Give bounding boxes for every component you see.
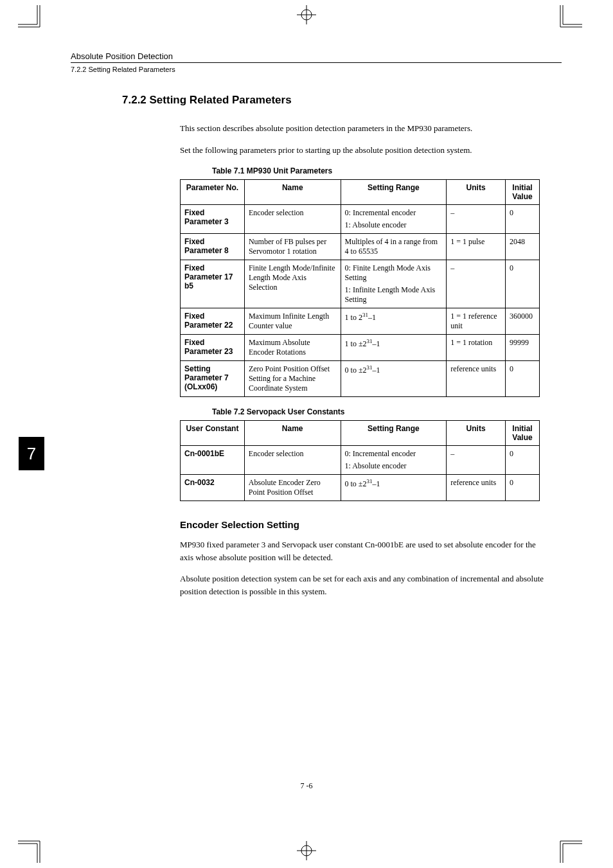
cell: 0	[505, 361, 539, 397]
cell: 0	[506, 475, 540, 501]
table-row: Fixed Parameter 23 Maximum Absolute Enco…	[181, 335, 540, 361]
cell: 99999	[505, 335, 539, 361]
col-header: Initial Value	[506, 421, 540, 446]
cell: Encoder selection	[244, 446, 341, 475]
range-text: 0: Incremental encoder	[345, 449, 443, 459]
col-header: User Constant	[181, 421, 245, 446]
cell: Fixed Parameter 8	[181, 234, 245, 260]
page: 7 Absolute Position Detection 7.2.2 Sett…	[0, 0, 613, 868]
text: –1	[372, 366, 380, 375]
col-header: Parameter No.	[181, 180, 245, 205]
side-tab: 7	[19, 437, 44, 470]
table-caption: Table 7.2 Servopack User Constants	[212, 407, 549, 416]
cell: Maximum Absolute Encoder Rotations	[244, 335, 341, 361]
crop-mark-icon	[18, 5, 46, 33]
subheading: Encoder Selection Setting	[180, 519, 549, 530]
cell: 0: Incremental encoder 1: Absolute encod…	[341, 446, 447, 475]
cell: Multiples of 4 in a range from 4 to 6553…	[341, 234, 447, 260]
content-area: This section describes absolute position…	[180, 122, 549, 598]
intro-text: Set the following parameters prior to st…	[180, 144, 549, 157]
superscript: 31	[362, 312, 368, 318]
table-header-row: Parameter No. Name Setting Range Units I…	[181, 180, 540, 205]
section-title: 7.2.2 Setting Related Parameters	[122, 94, 562, 107]
table-row: Fixed Parameter 17 b5 Finite Length Mode…	[181, 260, 540, 308]
text: 1 to ±2	[345, 339, 367, 348]
text: –1	[372, 479, 380, 488]
cell: Maximum Infinite Length Counter value	[244, 308, 341, 335]
text: 0 to ±2	[345, 366, 367, 375]
cell: 2048	[505, 234, 539, 260]
cell: Absolute Encoder Zero Point Position Off…	[244, 475, 341, 501]
range-text: 0: Incremental encoder	[345, 208, 443, 218]
col-header: Units	[447, 180, 506, 205]
cell: 0	[505, 205, 539, 234]
cell: 0: Incremental encoder 1: Absolute encod…	[341, 205, 447, 234]
cell: –	[447, 446, 506, 475]
cell: Zero Point Position Offset Setting for a…	[244, 361, 341, 397]
cell: Fixed Parameter 17 b5	[181, 260, 245, 308]
cell: 1 to 231–1	[341, 308, 447, 335]
table-row: Cn-0001bE Encoder selection 0: Increment…	[181, 446, 540, 475]
table-7-1: Parameter No. Name Setting Range Units I…	[180, 179, 540, 397]
text: 1: Infinite Length Mode Axis Setting	[345, 285, 436, 304]
table-row: Fixed Parameter 8 Number of FB pulses pe…	[181, 234, 540, 260]
cell: Setting Parameter 7 (OLxx06)	[181, 361, 245, 397]
col-header: Units	[447, 421, 506, 446]
cell: Number of FB pulses per Servomotor 1 rot…	[244, 234, 341, 260]
cell: Fixed Parameter 3	[181, 205, 245, 234]
sub-head: 7.2.2 Setting Related Parameters	[71, 66, 562, 73]
crop-mark-icon	[554, 835, 582, 863]
cell: 0	[506, 446, 540, 475]
cell: reference units	[447, 361, 506, 397]
range-text: 1: Absolute encoder	[345, 461, 443, 471]
cell: Cn-0001bE	[181, 446, 245, 475]
cell: 1 = 1 pulse	[447, 234, 506, 260]
text: 0: Finite Length Mode Axis Setting	[345, 263, 431, 282]
running-head: Absolute Position Detection	[71, 51, 562, 61]
text: –1	[372, 339, 380, 348]
crop-mark-icon	[554, 5, 582, 33]
range-text: 1: Infinite Length Mode Axis Setting	[345, 285, 443, 305]
cell: 0	[505, 260, 539, 308]
cell: Fixed Parameter 22	[181, 308, 245, 335]
crop-mark-icon	[18, 835, 46, 863]
text: –1	[368, 313, 376, 322]
col-header: Setting Range	[341, 180, 447, 205]
col-header: Initial Value	[505, 180, 539, 205]
intro-text: This section describes absolute position…	[180, 122, 549, 135]
col-header: Setting Range	[341, 421, 447, 446]
center-mark-icon	[297, 841, 316, 863]
range-text: 0: Finite Length Mode Axis Setting	[345, 263, 443, 283]
table-row: Setting Parameter 7 (OLxx06) Zero Point …	[181, 361, 540, 397]
paragraph: MP930 fixed parameter 3 and Servopack us…	[180, 538, 549, 563]
cell: Fixed Parameter 23	[181, 335, 245, 361]
cell: Finite Length Mode/Infinite Length Mode …	[244, 260, 341, 308]
col-header: Name	[244, 180, 341, 205]
cell: –	[447, 260, 506, 308]
range-text: 1: Absolute encoder	[345, 220, 443, 230]
cell: 1 = 1 rotation	[447, 335, 506, 361]
cell: Encoder selection	[244, 205, 341, 234]
table-row: Cn-0032 Absolute Encoder Zero Point Posi…	[181, 475, 540, 501]
table-row: Fixed Parameter 3 Encoder selection 0: I…	[181, 205, 540, 234]
table-caption: Table 7.1 MP930 Unit Parameters	[212, 166, 549, 175]
head-rule	[71, 62, 562, 63]
cell: Cn-0032	[181, 475, 245, 501]
table-row: Fixed Parameter 22 Maximum Infinite Leng…	[181, 308, 540, 335]
cell: 0 to ±231–1	[341, 475, 447, 501]
cell: 360000	[505, 308, 539, 335]
col-header: Name	[244, 421, 341, 446]
cell: 0 to ±231–1	[341, 361, 447, 397]
cell: –	[447, 205, 506, 234]
center-mark-icon	[297, 5, 316, 27]
cell: 1 = 1 reference unit	[447, 308, 506, 335]
paragraph: Absolute position detection system can b…	[180, 572, 549, 598]
text: 1 to 2	[345, 313, 362, 322]
cell: reference units	[447, 475, 506, 501]
cell: 0: Finite Length Mode Axis Setting 1: In…	[341, 260, 447, 308]
cell: 1 to ±231–1	[341, 335, 447, 361]
table-7-2: User Constant Name Setting Range Units I…	[180, 420, 540, 501]
table-header-row: User Constant Name Setting Range Units I…	[181, 421, 540, 446]
page-number: 7 -6	[301, 781, 313, 791]
text: 0 to ±2	[345, 479, 367, 488]
